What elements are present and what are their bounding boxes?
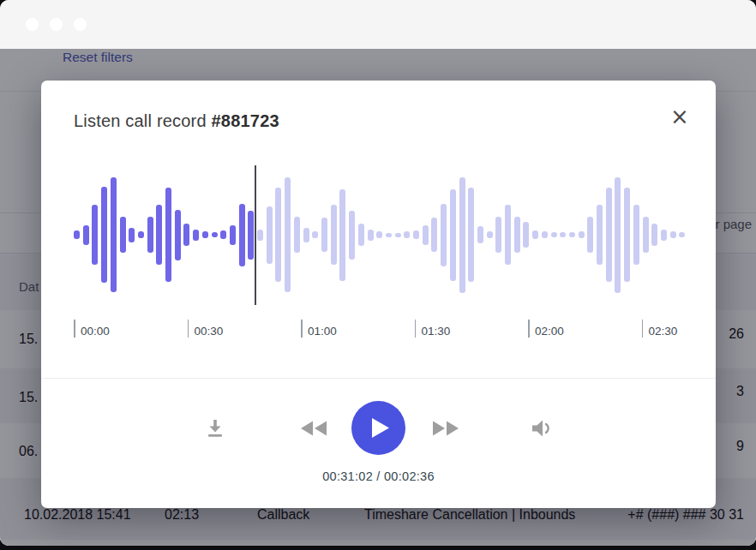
waveform-bar: [175, 210, 181, 260]
waveform-bar: [624, 188, 630, 282]
timeline-tick: 00:30: [188, 320, 189, 338]
waveform-bar: [661, 230, 667, 241]
waveform-bar: [679, 232, 685, 237]
waveform-bar: [560, 232, 566, 237]
timeline-tick: 02:30: [642, 320, 644, 338]
modal-divider: [41, 378, 716, 379]
waveform-bar: [248, 211, 254, 260]
waveform-bar: [83, 225, 89, 245]
waveform-bar: [423, 225, 429, 245]
modal-title-text: Listen call record: [74, 111, 212, 130]
time-display: 00:31:02 / 00:02:36: [41, 469, 716, 483]
fast-forward-icon: [432, 419, 459, 438]
waveform-bar: [120, 217, 126, 253]
playhead[interactable]: [255, 165, 256, 305]
waveform-bar: [101, 187, 107, 283]
waveform-bar: [505, 205, 511, 265]
timeline-tick-label: 01:00: [308, 325, 337, 338]
rewind-icon: [300, 419, 327, 438]
waveform-bar: [633, 205, 639, 265]
waveform-bar: [275, 188, 281, 282]
waveform-bar: [643, 217, 649, 253]
waveform-bar: [651, 224, 657, 246]
waveform-bar: [331, 205, 337, 265]
waveform-bar: [495, 217, 501, 253]
timeline-tick-label: 02:30: [649, 325, 678, 338]
waveform-bar: [74, 230, 80, 239]
waveform-bar: [579, 231, 585, 238]
waveform-bar: [129, 228, 135, 242]
waveform-bar: [285, 177, 291, 292]
waveform-bar: [138, 231, 144, 238]
timeline-tick-label: 02:00: [535, 325, 564, 338]
waveform-bar: [569, 232, 575, 237]
timeline-tick: 01:30: [415, 320, 417, 338]
waveform-bar: [267, 206, 273, 264]
waveform-bar: [257, 230, 263, 241]
waveform-bar: [294, 217, 300, 253]
waveform-bar: [532, 230, 538, 239]
waveform-bar: [230, 225, 236, 245]
waveform-bar: [487, 231, 493, 238]
timeline-tick-label: 00:00: [81, 325, 110, 338]
waveform-bar: [431, 218, 437, 252]
waveform-bar: [597, 205, 603, 265]
timeline-tick: 00:00: [74, 320, 75, 338]
play-button[interactable]: [351, 401, 405, 455]
waveform-bar: [386, 233, 392, 237]
window-control-dot: [26, 18, 39, 31]
waveform-bar: [459, 177, 465, 293]
waveform-bar: [202, 231, 208, 238]
waveform-bar: [523, 222, 529, 248]
waveform-bar: [670, 231, 676, 238]
waveform-bar: [587, 217, 593, 253]
modal-title: Listen call record #881723: [74, 111, 279, 130]
modal-header: Listen call record #881723 ×: [41, 81, 716, 131]
waveform-bar: [477, 226, 483, 243]
waveform-bar: [220, 230, 226, 239]
waveform-bar: [542, 231, 548, 238]
call-record-number: #881723: [212, 111, 279, 130]
waveform-bar: [395, 233, 401, 237]
play-icon: [372, 418, 389, 438]
waveform-bar: [551, 232, 557, 237]
waveform-bar: [339, 189, 345, 281]
waveform-bar: [321, 218, 327, 252]
close-icon[interactable]: ×: [668, 105, 692, 129]
waveform-bars: [74, 162, 686, 308]
waveform-bar: [92, 205, 98, 265]
volume-button[interactable]: [531, 419, 554, 438]
waveform-bar: [376, 231, 382, 238]
waveform-bar: [312, 231, 318, 238]
timeline: 00:0000:3001:0001:3002:0002:30: [74, 320, 686, 354]
waveform-bar: [212, 232, 218, 237]
waveform-bar: [165, 188, 171, 282]
timeline-tick: 01:00: [301, 320, 303, 338]
timeline-tick-label: 01:30: [422, 325, 451, 338]
waveform-bar: [368, 230, 374, 241]
waveform-bar: [514, 217, 520, 253]
waveform-bar: [441, 204, 447, 266]
timeline-tick: 02:00: [528, 320, 530, 338]
download-button[interactable]: [204, 417, 226, 439]
window-control-dot: [50, 18, 63, 31]
waveform[interactable]: 00:0000:3001:0001:3002:0002:30: [74, 162, 686, 354]
waveform-bar: [147, 217, 153, 253]
rewind-button[interactable]: [300, 419, 327, 438]
waveform-bar: [450, 189, 456, 281]
window-control-dot: [74, 18, 87, 31]
waveform-bar: [358, 224, 364, 246]
waveform-bar: [156, 205, 162, 265]
page-content: Reset filters er page Dat 15. 26 15. 3 0…: [0, 49, 756, 546]
browser-window: Reset filters er page Dat 15. 26 15. 3 0…: [0, 0, 756, 546]
waveform-bar: [183, 224, 189, 246]
player-controls: [41, 401, 716, 455]
listen-call-record-modal: Listen call record #881723 × 00:0000:300…: [41, 81, 716, 508]
waveform-bar: [349, 211, 355, 260]
timeline-tick-label: 00:30: [195, 325, 224, 338]
fast-forward-button[interactable]: [432, 419, 459, 438]
waveform-bar: [468, 188, 474, 282]
waveform-bar: [413, 230, 419, 239]
waveform-bar: [606, 188, 612, 282]
download-icon: [204, 417, 226, 439]
